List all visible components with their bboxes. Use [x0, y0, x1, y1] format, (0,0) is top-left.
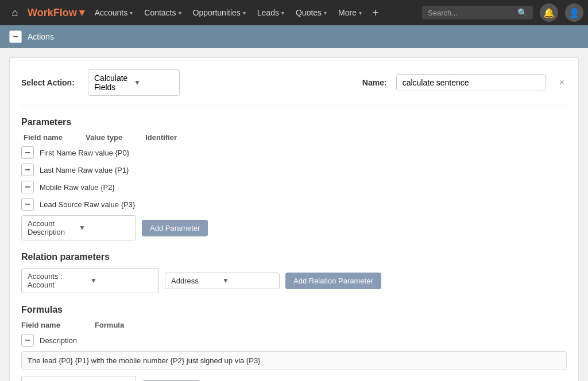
- nav-contacts-arrow-icon: ▾: [179, 10, 181, 16]
- add-formula-row: Account Description ▼ Add Formula: [21, 376, 567, 381]
- param-3-text: Lead Source Raw value {P3}: [40, 200, 135, 209]
- brand-label: WorkFlow: [28, 7, 77, 19]
- relation-field-dropdown[interactable]: Accounts : Account ▼: [21, 268, 159, 293]
- nav-accounts-arrow-icon: ▾: [130, 10, 133, 16]
- formula-col-formula: Formula: [95, 321, 124, 329]
- formula-row-0: − Description: [21, 334, 567, 347]
- param-2-text: Mobile Raw value {P2}: [40, 183, 115, 192]
- minus-icon: −: [13, 32, 18, 42]
- nav-leads[interactable]: Leads ▾: [252, 0, 290, 25]
- nav-quotes-arrow-icon: ▾: [324, 10, 327, 16]
- formula-col-headers: Field name Formula: [21, 321, 567, 329]
- search-input[interactable]: [428, 9, 514, 17]
- param-1-text: Last Name Raw value {P1}: [40, 166, 129, 174]
- select-action-value: Calculate Fields: [94, 73, 134, 92]
- relation-field-value: Accounts : Account: [28, 272, 90, 289]
- nav-quotes-label: Quotes: [296, 8, 322, 17]
- remove-param-0-button[interactable]: −: [21, 146, 34, 159]
- formula-col-field-name: Field name: [21, 321, 60, 329]
- relation-parameters-title: Relation parameters: [21, 252, 567, 262]
- parameters-title: Parameters: [21, 117, 567, 127]
- select-action-dropdown[interactable]: Calculate Fields ▼: [88, 69, 180, 96]
- nav-contacts-label: Contacts: [144, 8, 176, 17]
- relation-type-dropdown[interactable]: Address ▼: [165, 273, 280, 289]
- formula-field-dropdown[interactable]: Account Description ▼: [21, 376, 136, 381]
- actions-label: Actions: [28, 32, 54, 41]
- remove-param-3-button[interactable]: −: [21, 198, 34, 211]
- remove-param-1-button[interactable]: −: [21, 164, 34, 176]
- nav-leads-arrow-icon: ▾: [281, 10, 284, 16]
- param-row-3: − Lead Source Raw value {P3}: [21, 198, 567, 211]
- add-relation-button[interactable]: Add Relation Parameter: [285, 273, 381, 289]
- add-parameter-row: Account Description ▼ Add Parameter: [21, 215, 567, 240]
- name-label: Name:: [362, 78, 387, 87]
- add-relation-row: Accounts : Account ▼ Address ▼ Add Relat…: [21, 268, 567, 293]
- search-box[interactable]: 🔍: [422, 6, 533, 20]
- param-field-arrow-icon: ▼: [79, 224, 130, 232]
- brand-arrow-icon: ▾: [79, 6, 84, 19]
- relation-type-arrow-icon: ▼: [222, 277, 273, 285]
- nav-more[interactable]: More ▾: [332, 0, 368, 25]
- name-input[interactable]: [396, 74, 546, 91]
- add-parameter-button[interactable]: Add Parameter: [142, 220, 208, 236]
- param-row-1: − Last Name Raw value {P1}: [21, 164, 567, 176]
- formula-0-text: Description: [40, 336, 77, 345]
- param-row-0: − First Name Raw value {P0}: [21, 146, 567, 159]
- formulas-section: Formulas Field name Formula − Descriptio…: [21, 305, 567, 381]
- formulas-title: Formulas: [21, 305, 567, 315]
- col-value-type: Value type: [86, 133, 122, 142]
- param-0-text: First Name Raw value {P0}: [40, 149, 129, 157]
- formula-expression: The lead {P0} {P1} with the mobile numbe…: [21, 351, 567, 370]
- nav-leads-label: Leads: [257, 8, 279, 17]
- nav-quotes[interactable]: Quotes ▾: [290, 0, 332, 25]
- parameters-section: Parameters Field name Value type Identif…: [21, 117, 567, 240]
- main-content: Select Action: Calculate Fields ▼ Name: …: [0, 48, 588, 381]
- relation-parameters-section: Relation parameters Accounts : Account ▼…: [21, 252, 567, 293]
- user-avatar[interactable]: 👤: [565, 3, 583, 22]
- nav-more-arrow-icon: ▾: [359, 10, 362, 16]
- parameters-col-headers: Field name Value type Identifier: [21, 133, 567, 142]
- select-action-arrow-icon: ▼: [134, 79, 173, 87]
- collapse-button[interactable]: −: [9, 30, 22, 43]
- relation-field-arrow-icon: ▼: [90, 277, 153, 285]
- nav-accounts[interactable]: Accounts ▾: [89, 0, 139, 25]
- nav-more-label: More: [338, 8, 357, 17]
- param-field-value: Account Description: [28, 219, 79, 236]
- home-icon[interactable]: ⌂: [5, 2, 25, 23]
- nav-contacts[interactable]: Contacts ▾: [138, 0, 187, 25]
- workflow-card: Select Action: Calculate Fields ▼ Name: …: [9, 57, 579, 381]
- nav-opportunities-arrow-icon: ▾: [243, 10, 246, 16]
- relation-type-value: Address: [171, 277, 222, 285]
- nav-opportunities[interactable]: Opportunities ▾: [187, 0, 252, 25]
- bell-icon[interactable]: 🔔: [540, 3, 558, 22]
- action-row: Select Action: Calculate Fields ▼ Name: …: [21, 69, 567, 106]
- close-icon[interactable]: ×: [557, 75, 567, 90]
- add-icon[interactable]: +: [370, 6, 381, 20]
- nav-opportunities-label: Opportunities: [193, 8, 241, 17]
- col-identifier: Identifier: [145, 133, 177, 142]
- col-field-name: Field name: [24, 133, 63, 142]
- param-field-dropdown[interactable]: Account Description ▼: [21, 215, 136, 240]
- remove-param-2-button[interactable]: −: [21, 181, 34, 193]
- select-action-label: Select Action:: [21, 78, 79, 87]
- remove-formula-0-button[interactable]: −: [21, 334, 34, 347]
- param-row-2: − Mobile Raw value {P2}: [21, 181, 567, 193]
- brand[interactable]: WorkFlow ▾: [28, 6, 84, 19]
- actions-bar: − Actions: [0, 25, 588, 48]
- nav-accounts-label: Accounts: [95, 8, 128, 17]
- search-icon: 🔍: [517, 8, 527, 17]
